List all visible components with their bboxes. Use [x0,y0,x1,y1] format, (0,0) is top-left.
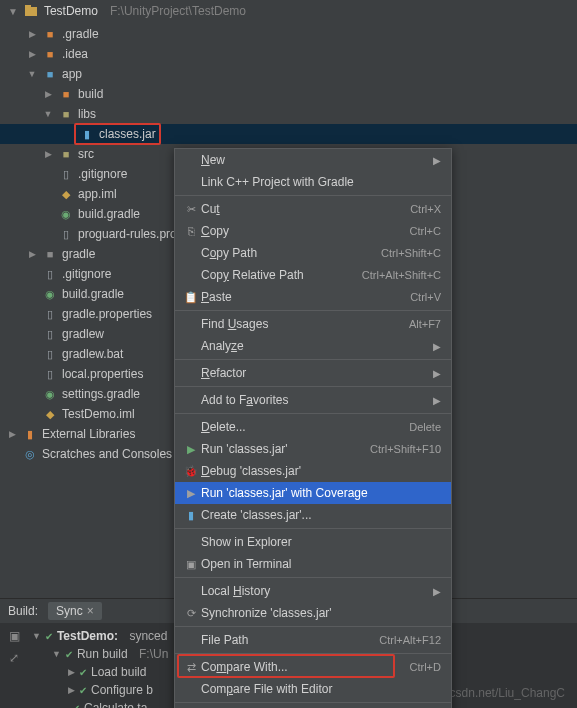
chevron-right-icon: ▶ [6,429,18,439]
ctx-find-usages[interactable]: Find UsagesAlt+F7 [175,313,451,335]
chevron-down-icon: ▼ [8,6,18,17]
separator [175,413,451,414]
module-folder-icon: ■ [42,66,58,82]
terminal-icon: ▣ [181,558,201,571]
folder-icon: ■ [58,86,74,102]
build-label: Build: [8,604,38,618]
gradle-icon: ◉ [42,286,58,302]
check-icon: ✔ [72,703,80,709]
debug-icon: 🐞 [181,465,201,478]
folder-icon: ■ [42,246,58,262]
ctx-cut[interactable]: ✂CutCtrl+X [175,198,451,220]
tree-item-libs[interactable]: ▼■libs [0,104,577,124]
ctx-copy-relative-path[interactable]: Copy Relative PathCtrl+Alt+Shift+C [175,264,451,286]
ctx-local-history[interactable]: Local History▶ [175,580,451,602]
check-icon: ✔ [65,649,73,660]
properties-icon: ▯ [42,306,58,322]
submenu-arrow-icon: ▶ [433,155,441,166]
file-icon: ▯ [58,226,74,242]
ctx-copy[interactable]: ⎘CopyCtrl+C [175,220,451,242]
file-icon: ▯ [42,326,58,342]
tree-item-idea[interactable]: ▶■.idea [0,44,577,64]
file-icon: ▯ [42,346,58,362]
separator [175,577,451,578]
chevron-right-icon: ▶ [26,249,38,259]
scratches-icon: ◎ [22,446,38,462]
libraries-icon: ▮ [22,426,38,442]
tree-item-classes-jar[interactable]: ▮classes.jar [0,124,577,144]
ctx-add-favorites[interactable]: Add to Favorites▶ [175,389,451,411]
iml-icon: ◆ [58,186,74,202]
check-icon: ✔ [45,631,53,642]
compare-icon: ⇄ [181,661,201,674]
expand-icon[interactable]: ⤢ [9,651,19,665]
ctx-link-cpp[interactable]: Link C++ Project with Gradle [175,171,451,193]
copy-icon: ⎘ [181,225,201,237]
ctx-delete[interactable]: Delete...Delete [175,416,451,438]
ctx-file-path[interactable]: File PathCtrl+Alt+F12 [175,629,451,651]
separator [175,528,451,529]
tree-item-gradle[interactable]: ▶■.gradle [0,24,577,44]
folder-icon: ■ [42,46,58,62]
file-icon: ▯ [42,266,58,282]
submenu-arrow-icon: ▶ [433,341,441,352]
close-icon[interactable]: × [87,604,94,618]
chevron-down-icon: ▼ [26,69,38,79]
config-icon: ▮ [181,509,201,522]
ctx-compare-editor[interactable]: Compare File with Editor [175,678,451,700]
chevron-down-icon: ▼ [52,649,61,659]
svg-rect-0 [25,7,37,16]
chevron-right-icon: ▶ [26,49,38,59]
ctx-debug[interactable]: 🐞Debug 'classes.jar' [175,460,451,482]
ctx-show-explorer[interactable]: Show in Explorer [175,531,451,553]
separator [175,626,451,627]
ctx-run[interactable]: ▶Run 'classes.jar'Ctrl+Shift+F10 [175,438,451,460]
tree-item-app[interactable]: ▼■app [0,64,577,84]
coverage-icon: ▶ [181,487,201,500]
ctx-copy-path[interactable]: Copy PathCtrl+Shift+C [175,242,451,264]
paste-icon: 📋 [181,291,201,304]
project-icon [24,4,38,18]
folder-icon: ■ [58,106,74,122]
filter-icon[interactable]: ▣ [9,629,20,643]
svg-rect-1 [25,5,31,8]
ctx-run-with-coverage[interactable]: ▶Run 'classes.jar' with Coverage [175,482,451,504]
chevron-right-icon: ▶ [68,667,75,677]
ctx-analyze[interactable]: Analyze▶ [175,335,451,357]
project-header: ▼ TestDemo F:\UnityProject\TestDemo [0,0,577,22]
separator [175,653,451,654]
ctx-open-terminal[interactable]: ▣Open in Terminal [175,553,451,575]
run-icon: ▶ [181,443,201,456]
separator [175,195,451,196]
gradle-icon: ◉ [42,386,58,402]
context-menu: New▶ Link C++ Project with Gradle ✂CutCt… [174,148,452,708]
file-icon: ▯ [58,166,74,182]
properties-icon: ▯ [42,366,58,382]
separator [175,310,451,311]
ctx-synchronize[interactable]: ⟳Synchronize 'classes.jar' [175,602,451,624]
sync-icon: ⟳ [181,607,201,620]
gradle-icon: ◉ [58,206,74,222]
sync-tab[interactable]: Sync× [48,602,102,620]
chevron-down-icon: ▼ [42,109,54,119]
check-icon: ✔ [79,667,87,678]
chevron-right-icon: ▶ [26,29,38,39]
folder-icon: ■ [42,26,58,42]
ctx-refactor[interactable]: Refactor▶ [175,362,451,384]
ctx-new[interactable]: New▶ [175,149,451,171]
chevron-down-icon: ▼ [32,631,41,641]
separator [175,702,451,703]
separator [175,359,451,360]
separator [175,386,451,387]
project-path: F:\UnityProject\TestDemo [110,4,246,18]
tree-item-build[interactable]: ▶■build [0,84,577,104]
submenu-arrow-icon: ▶ [433,395,441,406]
ctx-create-run-config[interactable]: ▮Create 'classes.jar'... [175,504,451,526]
ctx-compare-with[interactable]: ⇄Compare With...Ctrl+D [175,656,451,678]
ctx-paste[interactable]: 📋PasteCtrl+V [175,286,451,308]
chevron-right-icon: ▶ [42,149,54,159]
chevron-right-icon: ▶ [42,89,54,99]
jar-icon: ▮ [79,126,95,142]
submenu-arrow-icon: ▶ [433,586,441,597]
submenu-arrow-icon: ▶ [433,368,441,379]
